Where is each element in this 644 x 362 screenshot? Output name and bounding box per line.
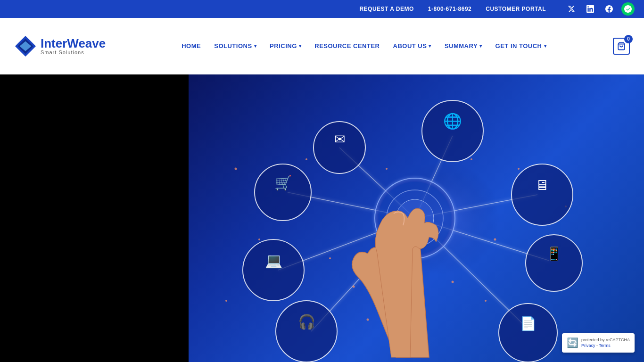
svg-point-45 xyxy=(499,304,557,362)
logo-name: InterWeave xyxy=(41,37,106,49)
svg-point-37 xyxy=(512,164,573,225)
twitter-icon[interactable] xyxy=(565,2,578,16)
customer-portal-link[interactable]: CUSTOMER PORTAL xyxy=(486,6,546,12)
hero-section: ✉ 🌐 🛒 🖥 💻 📱 🎧 📄 xyxy=(0,74,644,362)
nav-links: HOME SOLUTIONS ▾ PRICING ▾ RESOURCE CENT… xyxy=(124,38,603,54)
logo-diamond-icon xyxy=(14,35,37,58)
svg-point-15 xyxy=(258,239,260,240)
social-links xyxy=(565,2,635,16)
request-demo-link[interactable]: REQUEST A DEMO xyxy=(359,6,413,12)
svg-text:💻: 💻 xyxy=(265,252,283,269)
svg-point-20 xyxy=(494,239,496,241)
linkedin-icon[interactable] xyxy=(584,2,597,16)
svg-point-18 xyxy=(386,168,388,170)
cart-count: 0 xyxy=(624,35,633,43)
svg-point-31 xyxy=(314,122,365,173)
svg-point-16 xyxy=(305,158,307,160)
top-bar-links: REQUEST A DEMO 1-800-671-8692 CUSTOMER P… xyxy=(359,6,546,12)
svg-point-41 xyxy=(526,235,582,291)
svg-point-19 xyxy=(471,158,472,160)
cart-button[interactable]: 0 xyxy=(613,38,630,55)
svg-text:🖥: 🖥 xyxy=(535,177,549,193)
logo-text: InterWeave Smart Solutions xyxy=(41,37,106,55)
svg-point-24 xyxy=(367,319,369,321)
svg-text:✉: ✉ xyxy=(334,132,345,147)
get-in-touch-dropdown-arrow: ▾ xyxy=(544,43,547,49)
svg-point-25 xyxy=(485,300,487,302)
solutions-dropdown-arrow: ▾ xyxy=(254,43,257,49)
pricing-dropdown-arrow: ▾ xyxy=(299,43,302,49)
svg-text:🌐: 🌐 xyxy=(443,112,462,130)
tech-network-svg: ✉ 🌐 🛒 🖥 💻 📱 🎧 📄 xyxy=(0,74,644,362)
recaptcha-badge: 🔄 protected by reCAPTCHA Privacy - Terms xyxy=(562,333,635,353)
svg-text:🎧: 🎧 xyxy=(298,313,316,330)
podcast-icon[interactable] xyxy=(621,2,635,16)
svg-point-43 xyxy=(276,301,337,362)
nav-about-us[interactable]: ABOUT US ▾ xyxy=(387,38,438,54)
logo[interactable]: InterWeave Smart Solutions xyxy=(14,35,106,58)
svg-point-17 xyxy=(353,286,355,288)
svg-point-33 xyxy=(422,100,483,162)
recaptcha-privacy-link[interactable]: Privacy xyxy=(581,343,595,348)
top-bar: REQUEST A DEMO 1-800-671-8692 CUSTOMER P… xyxy=(0,0,644,18)
svg-point-26 xyxy=(329,257,331,259)
recaptcha-terms-link[interactable]: Terms xyxy=(599,343,611,348)
summary-dropdown-arrow: ▾ xyxy=(479,43,482,49)
svg-point-35 xyxy=(255,164,311,221)
recaptcha-text: protected by reCAPTCHA Privacy - Terms xyxy=(581,337,630,349)
svg-text:📱: 📱 xyxy=(546,246,562,262)
logo-tagline: Smart Solutions xyxy=(41,49,106,55)
nav-get-in-touch[interactable]: GET IN TOUCH ▾ xyxy=(489,38,553,54)
facebook-icon[interactable] xyxy=(603,2,616,16)
svg-point-14 xyxy=(235,168,237,170)
svg-text:📄: 📄 xyxy=(520,316,537,331)
navbar: InterWeave Smart Solutions HOME SOLUTION… xyxy=(0,18,644,74)
phone-link[interactable]: 1-800-671-8692 xyxy=(428,6,471,12)
svg-point-23 xyxy=(225,300,227,302)
svg-point-21 xyxy=(518,168,520,170)
about-dropdown-arrow: ▾ xyxy=(429,43,431,49)
nav-pricing[interactable]: PRICING ▾ xyxy=(263,38,308,54)
nav-resource-center[interactable]: RESOURCE CENTER xyxy=(308,38,386,54)
svg-point-27 xyxy=(452,281,454,283)
nav-home[interactable]: HOME xyxy=(175,38,207,54)
svg-text:🛒: 🛒 xyxy=(274,174,292,191)
nav-summary[interactable]: SUMMARY ▾ xyxy=(438,38,489,54)
svg-point-39 xyxy=(243,239,304,301)
nav-solutions[interactable]: SOLUTIONS ▾ xyxy=(207,38,263,54)
recaptcha-logo-icon: 🔄 xyxy=(567,337,578,348)
